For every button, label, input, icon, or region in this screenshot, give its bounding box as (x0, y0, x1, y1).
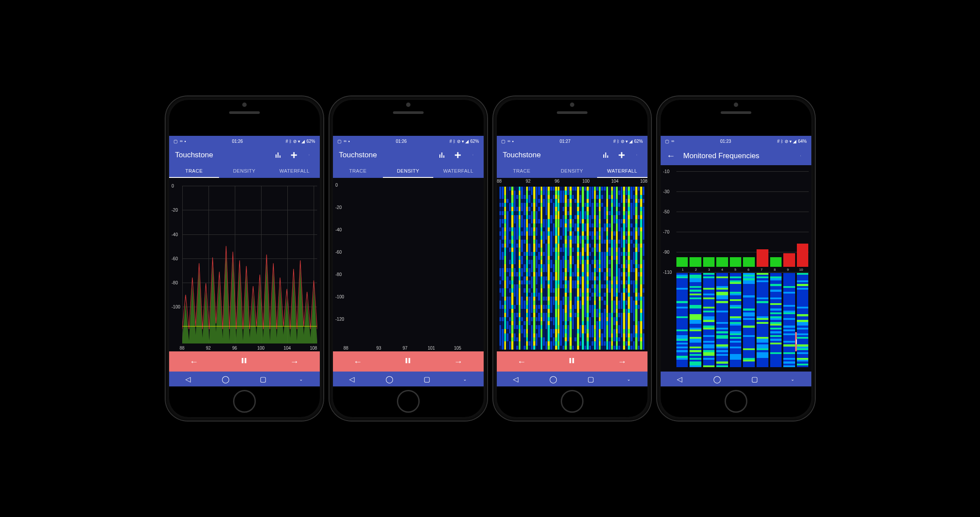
back-icon[interactable]: ← (667, 151, 676, 161)
expand-nav[interactable]: ⌄ (456, 377, 474, 382)
voicemail-icon: ∞ (180, 139, 183, 143)
svg-rect-26 (619, 155, 625, 156)
phone-frame: ▢∞▪ 01:26 #ᛒ⊘▾◢62% Touchstone TRACE DENS… (166, 96, 323, 421)
tab-trace[interactable]: TRACE (333, 164, 383, 178)
android-nav: ◁ ◯ ▢ ⌄ (169, 372, 320, 386)
phone-frame: ▢∞▪ 01:27 #ᛒ⊘▾◢62% Touchstone TRACE DENS… (493, 96, 651, 421)
recent-nav[interactable]: ▢ (582, 375, 600, 383)
tab-bar: TRACE DENSITY WATERFALL (169, 164, 320, 178)
status-time: 01:26 (353, 139, 449, 144)
stats-icon[interactable] (438, 151, 446, 159)
svg-point-19 (473, 155, 473, 156)
svg-rect-21 (409, 358, 410, 363)
recent-nav[interactable]: ▢ (746, 375, 764, 383)
svg-rect-30 (570, 358, 571, 363)
svg-point-33 (800, 156, 801, 156)
svg-marker-8 (182, 255, 317, 343)
home-nav[interactable]: ◯ (217, 375, 234, 383)
add-icon[interactable] (454, 151, 462, 159)
add-icon[interactable] (618, 151, 626, 159)
tab-waterfall[interactable]: WATERFALL (597, 164, 647, 178)
bt-icon: ᛒ (289, 139, 292, 144)
svg-rect-13 (441, 152, 442, 158)
hash-icon: # (286, 139, 288, 144)
pause-button[interactable] (563, 357, 580, 367)
next-button[interactable]: → (286, 357, 303, 367)
add-icon[interactable] (290, 151, 298, 159)
phone-frame: ▢∞ 01:23 #ᛒ⊘▾◢64% ← Monitored Frequencie… (657, 96, 815, 421)
trace-chart[interactable]: 0-20-40-60-80-100889296100104108 (169, 178, 320, 351)
more-icon[interactable] (306, 151, 314, 159)
app-title: Touchstone (175, 151, 266, 159)
wifi-icon: ▾ (298, 139, 300, 144)
app-title: Touchstone (339, 151, 430, 159)
svg-point-18 (473, 155, 473, 155)
back-nav[interactable]: ◁ (507, 375, 524, 383)
status-bar: ▢∞▪ 01:26 #ᛒ⊘▾◢62% (169, 136, 320, 146)
home-nav[interactable]: ◯ (545, 375, 562, 383)
home-nav[interactable]: ◯ (708, 375, 726, 383)
monitored-chart[interactable]: -10-30-50-70-90-11012345678910 (661, 165, 811, 372)
svg-point-7 (309, 155, 309, 156)
svg-point-17 (473, 154, 473, 155)
svg-rect-0 (276, 155, 276, 158)
svg-rect-1 (277, 152, 278, 158)
page-title: Monitored Frequencies (683, 152, 789, 160)
home-nav[interactable]: ◯ (381, 375, 398, 383)
pause-button[interactable] (399, 357, 417, 367)
svg-rect-22 (603, 155, 604, 158)
phone-frame: ▢∞▪ 01:26 #ᛒ⊘▾◢62% Touchstone TRACE DENS… (329, 96, 487, 421)
expand-nav[interactable]: ⌄ (292, 377, 310, 382)
recent-nav[interactable]: ▢ (418, 375, 436, 383)
svg-point-34 (800, 156, 801, 156)
back-nav[interactable]: ◁ (179, 375, 197, 383)
prev-button[interactable]: ← (185, 357, 203, 367)
status-time: 01:27 (517, 139, 613, 144)
svg-rect-20 (406, 358, 407, 363)
svg-point-5 (309, 154, 309, 155)
next-button[interactable]: → (449, 357, 467, 367)
svg-point-32 (800, 155, 801, 156)
dnd-icon: ⊘ (293, 139, 297, 144)
expand-nav[interactable]: ⌄ (784, 377, 801, 382)
back-nav[interactable]: ◁ (671, 375, 688, 383)
stats-icon[interactable] (602, 151, 610, 159)
status-time: 01:23 (674, 139, 777, 144)
prev-button[interactable]: ← (513, 357, 531, 367)
svg-point-29 (637, 155, 637, 156)
stats-icon[interactable] (274, 151, 282, 159)
notif-icon: ▪ (184, 139, 189, 144)
picture-icon: ▢ (173, 139, 178, 144)
recent-nav[interactable]: ▢ (255, 375, 272, 383)
svg-rect-23 (605, 152, 606, 158)
next-button[interactable]: → (613, 357, 631, 367)
app-bar: Touchstone (169, 146, 320, 164)
tab-density[interactable]: DENSITY (547, 164, 597, 178)
svg-point-28 (637, 155, 637, 155)
tab-trace[interactable]: TRACE (169, 164, 219, 178)
prev-button[interactable]: ← (349, 357, 367, 367)
more-icon[interactable] (470, 151, 478, 159)
density-chart[interactable]: 0-20-40-60-80-100-120889397101105 (333, 178, 484, 351)
status-time: 01:26 (189, 139, 286, 144)
status-bar: ▢∞▪ 01:26 #ᛒ⊘▾◢62% (333, 136, 484, 146)
more-icon[interactable] (633, 151, 641, 159)
svg-rect-12 (439, 155, 440, 158)
tab-waterfall[interactable]: WATERFALL (433, 164, 484, 178)
svg-rect-24 (607, 156, 608, 158)
expand-nav[interactable]: ⌄ (620, 377, 637, 382)
svg-rect-2 (279, 156, 280, 158)
control-bar: ← → (169, 351, 320, 372)
pause-button[interactable] (235, 357, 253, 367)
tab-trace[interactable]: TRACE (497, 164, 547, 178)
tab-density[interactable]: DENSITY (383, 164, 433, 178)
waterfall-chart[interactable]: 889296100104108 (497, 178, 647, 351)
tab-waterfall[interactable]: WATERFALL (269, 164, 320, 178)
battery-pct: 62% (306, 139, 315, 144)
more-icon[interactable] (797, 152, 805, 160)
svg-point-6 (309, 155, 309, 155)
back-nav[interactable]: ◁ (343, 375, 361, 383)
app-title: Touchstone (503, 151, 594, 159)
tab-density[interactable]: DENSITY (219, 164, 269, 178)
svg-rect-16 (455, 155, 461, 156)
